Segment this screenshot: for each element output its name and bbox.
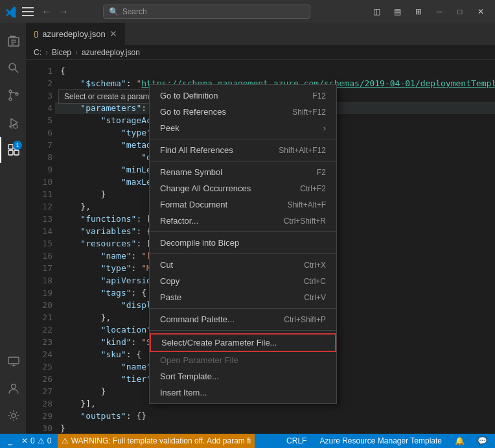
svg-rect-17 (8, 357, 19, 364)
chat-icon: 💬 (478, 436, 487, 445)
menu-label: Sort Template... (160, 371, 219, 381)
sidebar-item-settings[interactable] (0, 403, 26, 429)
maximize-button[interactable]: □ (451, 5, 469, 19)
menu-shortcut: Ctrl+C (304, 277, 326, 286)
status-bell[interactable]: 🔔 (452, 436, 467, 445)
line-ending-label: CRLF (286, 436, 306, 445)
layout-btn-2[interactable]: ▤ (389, 5, 407, 19)
title-bar: ← → 🔍 Search ◫ ▤ ⊞ ─ □ ✕ (0, 0, 495, 23)
menu-label: Format Document (160, 200, 227, 209)
svg-rect-15 (8, 150, 13, 155)
tab-close-button[interactable]: ✕ (109, 29, 117, 39)
forward-button[interactable]: → (56, 4, 71, 19)
menu-format-document[interactable]: Format Document Shift+Alt+F (150, 196, 336, 213)
menu-shortcut: Ctrl+Shift+P (284, 315, 326, 324)
tab-file-icon: {} (34, 30, 38, 38)
menu-goto-references[interactable]: Go to References Shift+F12 (150, 104, 336, 120)
menu-refactor[interactable]: Refactor... Ctrl+Shift+R (150, 213, 336, 229)
bell-icon: 🔔 (455, 436, 465, 445)
menu-shortcut: Ctrl+V (304, 293, 326, 302)
menu-copy[interactable]: Copy Ctrl+C (150, 273, 336, 289)
warning-message: ⚠ WARNING: Full template validation off.… (62, 436, 251, 445)
menu-label: Copy (160, 276, 179, 286)
menu-label: Refactor... (160, 216, 198, 226)
menu-label: Go to Definition (160, 91, 218, 100)
menu-shortcut: F12 (312, 91, 326, 100)
menu-paste[interactable]: Paste Ctrl+V (150, 289, 336, 305)
menu-label: Decompile into Bicep (160, 238, 239, 248)
search-icon: 🔍 (109, 7, 119, 16)
nav-arrows: ← → (39, 4, 71, 19)
minimize-button[interactable]: ─ (430, 5, 448, 19)
menu-cut[interactable]: Cut Ctrl+X (150, 257, 336, 273)
menu-select-create-param-file[interactable]: Select/Create Parameter File... (150, 333, 336, 352)
menu-sort-template[interactable]: Sort Template... (150, 368, 336, 384)
title-bar-right: ◫ ▤ ⊞ ─ □ ✕ (368, 5, 490, 19)
close-button[interactable]: ✕ (472, 5, 490, 19)
activity-bar-bottom (0, 348, 26, 434)
layout-btn-3[interactable]: ⊞ (409, 5, 428, 19)
menu-find-all-refs[interactable]: Find All References Shift+Alt+F12 (150, 142, 336, 158)
tab-bar: {} azuredeploy.json ✕ ⋇ ··· (26, 23, 495, 45)
status-language[interactable]: Azure Resource Manager Template (317, 436, 444, 445)
status-bar: ⎯ ✕ 0 ⚠ 0 ⚠ WARNING: Full template valid… (0, 434, 495, 448)
menu-goto-definition[interactable]: Go to Definition F12 (150, 88, 336, 104)
layout-btn-1[interactable]: ◫ (368, 5, 386, 19)
language-label: Azure Resource Manager Template (319, 436, 442, 445)
menu-shortcut: Ctrl+F2 (300, 184, 326, 193)
sidebar-item-accounts[interactable] (0, 375, 26, 401)
sidebar-item-search[interactable] (0, 55, 26, 81)
breadcrumb-part-file[interactable]: azuredeploy.json (82, 48, 140, 57)
sidebar-item-remote[interactable] (0, 348, 26, 374)
breadcrumb-part-c[interactable]: C: (34, 48, 41, 57)
extensions-badge: 1 (13, 141, 22, 150)
back-button[interactable]: ← (39, 4, 54, 19)
menu-label: Open Parameter File (160, 355, 238, 365)
status-warning-text[interactable]: ⚠ WARNING: Full template validation off.… (58, 434, 255, 448)
menu-label: Cut (160, 260, 173, 270)
status-line-ending[interactable]: CRLF (284, 436, 309, 445)
menu-divider-5 (150, 308, 336, 309)
status-branch[interactable]: ⎯ (5, 436, 15, 445)
app-body: 1 (0, 23, 495, 434)
sidebar-item-extensions[interactable]: 1 (0, 137, 26, 163)
menu-label: Rename Symbol (160, 167, 222, 177)
menu-open-param-file: Open Parameter File (150, 352, 336, 368)
search-bar[interactable]: 🔍 Search (103, 5, 310, 19)
menu-peek[interactable]: Peek › (150, 120, 336, 136)
menu-divider-2 (150, 161, 336, 161)
svg-point-5 (9, 64, 16, 70)
menu-rename-symbol[interactable]: Rename Symbol F2 (150, 164, 336, 180)
svg-line-6 (15, 69, 18, 73)
hamburger-menu[interactable] (22, 7, 34, 16)
line-numbers: 12345 678910 1112131415 1617181920 21222… (26, 60, 55, 434)
sidebar-item-source-control[interactable] (0, 82, 26, 108)
warning-icon: ⚠ (38, 436, 45, 445)
menu-label: Command Palette... (160, 314, 235, 324)
menu-shortcut: Ctrl+Shift+R (284, 217, 326, 226)
menu-shortcut: Ctrl+X (304, 261, 326, 270)
menu-shortcut: Shift+Alt+F12 (279, 146, 326, 155)
menu-divider-3 (150, 231, 336, 232)
sidebar-item-explorer[interactable] (0, 28, 26, 54)
tab-azuredeploy[interactable]: {} azuredeploy.json ✕ (26, 23, 126, 45)
menu-decompile-bicep[interactable]: Decompile into Bicep (150, 235, 336, 251)
menu-shortcut: Shift+F12 (292, 108, 326, 117)
branch-icon: ⎯ (8, 436, 12, 445)
menu-command-palette[interactable]: Command Palette... Ctrl+Shift+P (150, 311, 336, 327)
menu-divider-1 (150, 139, 336, 139)
svg-rect-16 (14, 150, 19, 155)
editor-area: {} azuredeploy.json ✕ ⋇ ··· C: › Bicep ›… (26, 23, 495, 434)
menu-change-all-occurrences[interactable]: Change All Occurrences Ctrl+F2 (150, 180, 336, 196)
svg-point-20 (12, 384, 16, 389)
status-errors[interactable]: ✕ 0 ⚠ 0 (19, 436, 54, 445)
sidebar-item-run-debug[interactable] (0, 110, 26, 136)
svg-point-12 (14, 124, 17, 128)
status-chat[interactable]: 💬 (475, 436, 490, 445)
menu-insert-item[interactable]: Insert Item... (150, 384, 336, 401)
menu-label: Insert Item... (160, 388, 207, 397)
menu-label: Find All References (160, 145, 233, 155)
error-icon: ✕ (21, 436, 28, 445)
svg-rect-0 (10, 36, 16, 37)
breadcrumb-part-bicep[interactable]: Bicep (52, 48, 71, 57)
